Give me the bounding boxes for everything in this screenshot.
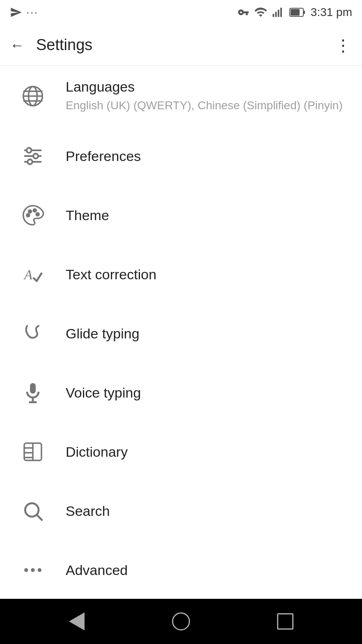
nav-recents-button[interactable]: [271, 607, 300, 636]
status-left: ···: [10, 6, 38, 19]
mic-icon: [16, 376, 49, 409]
text-correction-label: Text correction: [66, 267, 156, 283]
search-text: Search: [66, 503, 110, 519]
header-left: ← Settings: [10, 36, 92, 54]
svg-line-32: [37, 515, 43, 521]
svg-point-18: [27, 214, 30, 217]
svg-rect-23: [30, 383, 36, 394]
signal-icon: [272, 6, 284, 18]
page-title: Settings: [36, 36, 92, 54]
settings-item-glide-typing[interactable]: Glide typing: [0, 304, 362, 363]
globe-icon: [16, 80, 49, 113]
back-button[interactable]: ←: [10, 37, 25, 54]
advanced-label: Advanced: [66, 562, 128, 578]
status-bar: ··· 3:31 pm: [0, 0, 362, 25]
recents-square-icon: [277, 613, 293, 630]
svg-point-15: [27, 148, 32, 153]
preferences-label: Preferences: [66, 148, 141, 164]
settings-item-advanced[interactable]: Advanced: [0, 540, 362, 599]
text-correction-text: Text correction: [66, 267, 156, 283]
theme-label: Theme: [66, 207, 109, 223]
more-icon: [16, 554, 49, 586]
dictionary-icon: [16, 435, 49, 468]
svg-rect-0: [273, 14, 274, 17]
svg-point-34: [31, 568, 34, 572]
back-triangle-icon: [69, 612, 85, 630]
theme-text: Theme: [66, 207, 109, 223]
voice-typing-label: Voice typing: [66, 385, 141, 401]
glide-typing-text: Glide typing: [66, 326, 140, 342]
vpn-key-icon: [238, 7, 249, 18]
home-circle-icon: [172, 612, 190, 630]
svg-rect-5: [303, 11, 305, 14]
search-icon: [16, 494, 49, 527]
settings-list: Languages English (UK) (QWERTY), Chinese…: [0, 66, 362, 599]
nav-home-button[interactable]: [167, 607, 195, 636]
glide-icon: [16, 317, 49, 350]
languages-sublabel: English (UK) (QWERTY), Chinese (Simplifi…: [66, 97, 343, 113]
svg-point-20: [33, 209, 36, 212]
wifi-icon: [254, 6, 267, 19]
text-correction-icon: A: [16, 258, 49, 291]
nav-back-button[interactable]: [62, 607, 91, 636]
svg-rect-3: [280, 8, 282, 17]
settings-item-theme[interactable]: Theme: [0, 186, 362, 245]
advanced-text: Advanced: [66, 562, 128, 578]
languages-label: Languages: [66, 79, 343, 95]
svg-point-31: [25, 504, 39, 517]
more-options-button[interactable]: ⋮: [335, 36, 352, 55]
send-icon: [10, 6, 22, 18]
voice-typing-text: Voice typing: [66, 385, 141, 401]
sliders-icon: [16, 140, 49, 172]
glide-typing-label: Glide typing: [66, 326, 140, 342]
dictionary-text: Dictionary: [66, 444, 128, 460]
svg-point-21: [36, 213, 39, 216]
settings-item-search[interactable]: Search: [0, 481, 362, 540]
settings-item-preferences[interactable]: Preferences: [0, 126, 362, 186]
battery-icon: [289, 7, 306, 18]
settings-item-dictionary[interactable]: Dictionary: [0, 422, 362, 481]
settings-item-voice-typing[interactable]: Voice typing: [0, 363, 362, 422]
status-time: 3:31 pm: [311, 6, 352, 19]
status-dots: ···: [26, 6, 38, 19]
palette-icon: [16, 199, 49, 232]
bottom-nav-bar: [0, 599, 362, 644]
svg-point-35: [38, 568, 41, 572]
svg-point-16: [33, 154, 38, 159]
preferences-text: Preferences: [66, 148, 141, 164]
svg-point-33: [24, 568, 28, 572]
status-right: 3:31 pm: [238, 6, 352, 19]
svg-rect-2: [278, 10, 280, 17]
search-label: Search: [66, 503, 110, 519]
settings-item-text-correction[interactable]: A Text correction: [0, 245, 362, 304]
svg-point-17: [27, 159, 32, 164]
svg-point-19: [29, 210, 32, 213]
svg-rect-1: [275, 12, 277, 17]
svg-rect-6: [291, 9, 300, 16]
settings-item-languages[interactable]: Languages English (UK) (QWERTY), Chinese…: [0, 66, 362, 126]
svg-text:A: A: [23, 267, 33, 282]
languages-text: Languages English (UK) (QWERTY), Chinese…: [66, 79, 343, 113]
app-header: ← Settings ⋮: [0, 25, 362, 66]
dictionary-label: Dictionary: [66, 444, 128, 460]
